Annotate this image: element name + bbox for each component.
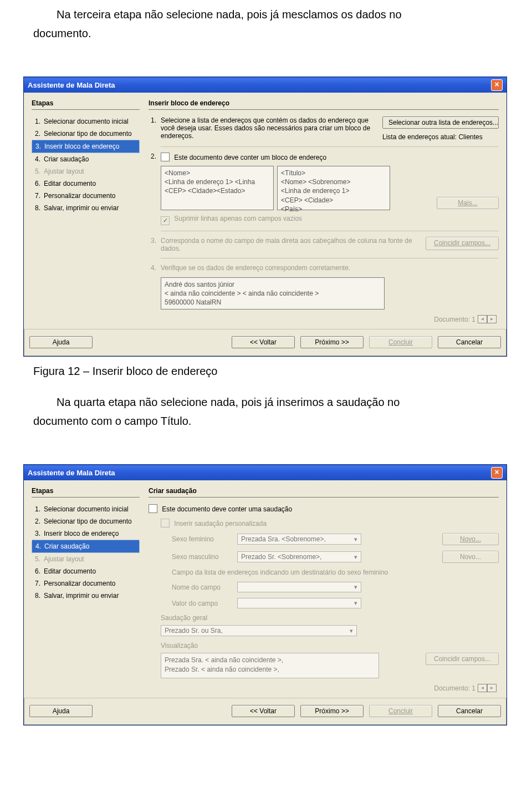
more-button: Mais... [437,197,499,209]
help-button[interactable]: Ajuda [29,705,93,717]
step-7[interactable]: 7.Personalizar documento [32,577,140,590]
step-1[interactable]: 1.Selecionar documento inicial [32,503,140,515]
match-fields-button: Coincidir campos... [426,237,499,250]
back-button[interactable]: << Voltar [232,336,295,348]
next-button[interactable]: Próximo >> [300,705,364,717]
paragraph-1a: Na terceira etapa não selecione nada, po… [33,6,504,23]
personal-checkbox-label: Inserir saudação personalizada [174,520,267,527]
gender-note: Campo da lista de endereços indicando um… [172,569,499,576]
next-button[interactable]: Próximo >> [300,336,364,348]
step-2[interactable]: 2.Selecionar tipo de documento [32,515,140,527]
general-label: Saudação geral [161,614,499,622]
title-bar[interactable]: Assistente de Mala Direta × [24,77,507,93]
steps-header: Etapas [32,487,140,498]
steps-panel: Etapas 1.Selecionar documento inicial 2.… [24,480,144,698]
step1-text: Selecione a lista de endereços que conté… [161,116,378,141]
preview-box: Prezada Sra. < ainda não coincidente >, … [161,653,379,678]
step-2[interactable]: 2.Selecionar tipo de documento [32,128,140,140]
step-4[interactable]: 4.Criar saudação [32,153,140,165]
format-option-a[interactable]: <Nome> <Linha de endereço 1> <Linha <CEP… [161,166,274,210]
female-label: Sexo feminino [172,535,233,543]
chevron-down-icon: ▾ [354,536,357,543]
paragraph-2a: Na quarta etapa não selecione nada, pois… [33,393,504,411]
cancel-button[interactable]: Cancelar [438,336,501,348]
finish-button: Concluir [369,336,432,348]
figure-caption-1: Figura 12 – Inserir bloco de endereço [33,362,504,380]
chevron-down-icon: ▾ [354,600,357,607]
close-button[interactable]: × [491,467,503,479]
general-combo: Prezado Sr. ou Sra,▾ [161,625,357,636]
cancel-button[interactable]: Cancelar [438,705,501,717]
chevron-down-icon: ▾ [354,554,357,561]
main-header: Criar saudação [149,487,499,498]
wizard-window-address: Assistente de Mala Direta × Etapas 1.Sel… [23,77,507,357]
field-name-combo: ▾ [237,582,361,592]
document-counter: Documento: 1 ◂ ▸ [149,315,497,323]
title-bar[interactable]: Assistente de Mala Direta × [24,465,507,480]
step-5-disabled: 5.Ajustar layout [32,553,140,565]
steps-panel: Etapas 1.Selecionar documento inicial 2.… [24,93,144,329]
personal-checkbox [161,519,170,527]
next-doc-button[interactable]: ▸ [487,315,497,323]
select-list-button[interactable]: Selecionar outra lista de endereços... [382,116,499,129]
format-option-b[interactable]: <Título> <Nome> <Sobrenome> <Linha de en… [277,166,390,210]
step3-text: Corresponda o nome do campo de mala dire… [161,237,421,252]
field-value-label: Valor do campo [172,600,233,607]
document-counter: Documento: 1 ◂ ▸ [149,684,497,692]
step-7[interactable]: 7.Personalizar documento [32,190,140,202]
steps-header: Etapas [32,99,140,110]
step-3[interactable]: 3.Inserir bloco de endereço [32,527,140,540]
step-3-selected[interactable]: 3.Inserir bloco de endereço [32,140,140,153]
window-title: Assistente de Mala Direta [28,469,115,477]
step-1[interactable]: 1.Selecionar documento inicial [32,115,140,128]
suppress-label: Suprimir linhas apenas com campos vazios [174,215,302,222]
chevron-down-icon: ▾ [350,627,353,635]
checkbox-label: Este documento deve conter um bloco de e… [174,154,326,161]
close-button[interactable]: × [491,79,503,91]
field-value-combo: ▾ [237,598,361,608]
field-name-label: Nome do campo [172,583,233,591]
main-panel: Inserir bloco de endereço 1. Selecione a… [144,93,507,329]
female-combo: Prezada Sra. <Sobrenome>,▾ [237,534,361,545]
paragraph-2b: documento com o campo Título. [33,412,504,430]
salutation-checkbox-label: Este documento deve conter uma saudação [162,505,292,513]
step-8[interactable]: 8.Salvar, imprimir ou enviar [32,202,140,214]
male-combo: Prezado Sr. <Sobrenome>,▾ [237,551,361,562]
step-6[interactable]: 6.Editar documento [32,565,140,577]
new-male-button: Novo... [442,551,499,563]
main-panel: Criar saudação Este documento deve conte… [144,480,507,698]
wizard-window-salutation: Assistente de Mala Direta × Etapas 1.Sel… [23,464,507,725]
prev-doc-button[interactable]: ◂ [478,315,487,323]
male-label: Sexo masculino [172,553,233,561]
step-4-selected[interactable]: 4.Criar saudação [32,540,140,553]
current-list-label: Lista de endereços atual: Clientes [382,133,499,141]
finish-button: Concluir [369,705,432,717]
match-fields-button: Coincidir campos... [426,653,499,665]
back-button[interactable]: << Voltar [232,705,295,717]
step-8[interactable]: 8.Salvar, imprimir ou enviar [32,590,140,602]
data-preview-box: André dos santos júnior < ainda não coin… [161,277,385,309]
step4-text: Verifique se os dados de endereço corres… [161,264,499,272]
window-title: Assistente de Mala Direta [28,81,115,89]
help-button[interactable]: Ajuda [29,336,93,348]
address-block-checkbox[interactable] [161,153,170,161]
main-header: Inserir bloco de endereço [149,99,499,110]
suppress-checkbox [161,216,170,225]
step-6[interactable]: 6.Editar documento [32,177,140,190]
chevron-down-icon: ▾ [354,583,357,591]
paragraph-1b: documento. [33,24,504,42]
next-doc-button[interactable]: ▸ [487,684,497,692]
prev-doc-button[interactable]: ◂ [478,684,487,692]
preview-label: Visualização [161,642,499,649]
step-5-disabled: 5.Ajustar layout [32,165,140,177]
new-female-button: Novo... [442,533,499,545]
salutation-checkbox[interactable] [149,504,157,513]
